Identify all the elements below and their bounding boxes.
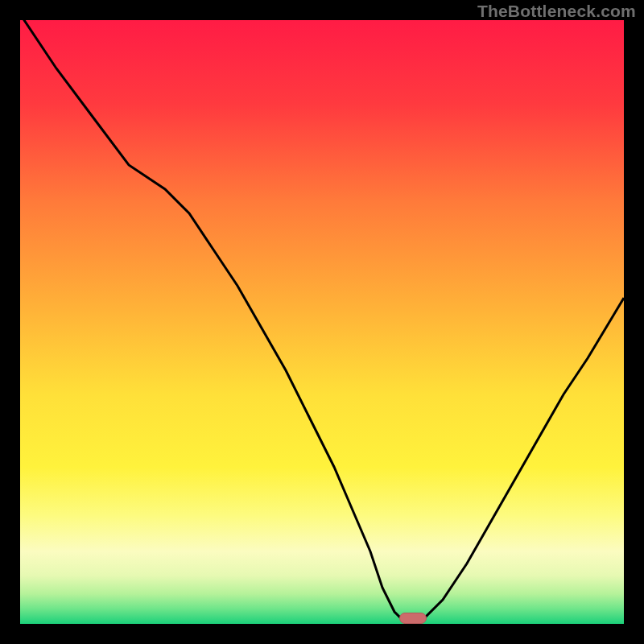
chart-frame: TheBottleneck.com — [0, 0, 644, 644]
bottleneck-curve — [20, 20, 624, 624]
watermark-text: TheBottleneck.com — [477, 2, 636, 21]
plot-area — [20, 20, 624, 624]
curve-line — [20, 20, 624, 624]
optimal-point-marker — [399, 613, 427, 624]
